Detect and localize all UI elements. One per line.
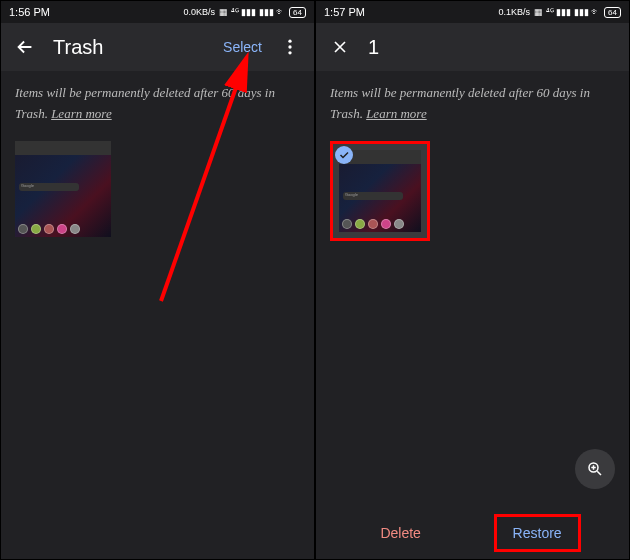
learn-more-link[interactable]: Learn more — [51, 106, 112, 121]
info-banner: Items will be permanently deleted after … — [316, 71, 629, 137]
signal-icons: ▦ ⁴ᴳ ▮▮▮ ▮▮▮ ᯤ — [534, 7, 600, 17]
thumbnail-grid: Google — [316, 137, 629, 245]
status-time: 1:56 PM — [9, 6, 50, 18]
data-rate: 0.0KB/s — [184, 7, 216, 17]
selection-app-bar: 1 — [316, 23, 629, 71]
thumb-google-widget: Google — [343, 192, 403, 200]
status-indicators: 0.0KB/s ▦ ⁴ᴳ ▮▮▮ ▮▮▮ ᯤ 64 — [184, 7, 306, 18]
status-bar: 1:57 PM 0.1KB/s ▦ ⁴ᴳ ▮▮▮ ▮▮▮ ᯤ 64 — [316, 1, 629, 23]
phone-right: 1:57 PM 0.1KB/s ▦ ⁴ᴳ ▮▮▮ ▮▮▮ ᯤ 64 1 Item… — [316, 1, 629, 559]
svg-point-1 — [288, 45, 291, 48]
status-time: 1:57 PM — [324, 6, 365, 18]
overflow-menu-button[interactable] — [278, 35, 302, 59]
zoom-fab[interactable] — [575, 449, 615, 489]
close-selection-button[interactable] — [328, 35, 352, 59]
selected-thumbnail-highlight[interactable]: Google — [330, 141, 430, 241]
trash-item-thumbnail: Google — [339, 150, 421, 232]
app-bar: Trash Select — [1, 23, 314, 71]
bottom-action-bar: Delete Restore — [316, 507, 629, 559]
battery-indicator: 64 — [289, 7, 306, 18]
check-icon — [335, 146, 353, 164]
status-bar: 1:56 PM 0.0KB/s ▦ ⁴ᴳ ▮▮▮ ▮▮▮ ᯤ 64 — [1, 1, 314, 23]
signal-icons: ▦ ⁴ᴳ ▮▮▮ ▮▮▮ ᯤ — [219, 7, 285, 17]
thumb-google-widget: Google — [19, 183, 79, 191]
data-rate: 0.1KB/s — [499, 7, 531, 17]
info-banner: Items will be permanently deleted after … — [1, 71, 314, 137]
restore-button[interactable]: Restore — [494, 514, 581, 552]
delete-button[interactable]: Delete — [364, 517, 436, 549]
selection-count: 1 — [368, 36, 617, 59]
battery-indicator: 64 — [604, 7, 621, 18]
page-title: Trash — [53, 36, 207, 59]
back-button[interactable] — [13, 35, 37, 59]
trash-item-thumbnail[interactable]: Google — [15, 141, 111, 237]
svg-point-0 — [288, 40, 291, 43]
learn-more-link[interactable]: Learn more — [366, 106, 427, 121]
select-button[interactable]: Select — [223, 39, 262, 55]
status-indicators: 0.1KB/s ▦ ⁴ᴳ ▮▮▮ ▮▮▮ ᯤ 64 — [499, 7, 621, 18]
phone-left: 1:56 PM 0.0KB/s ▦ ⁴ᴳ ▮▮▮ ▮▮▮ ᯤ 64 Trash … — [1, 1, 314, 559]
svg-line-6 — [597, 471, 601, 475]
thumbnail-grid: Google — [1, 137, 314, 241]
svg-point-2 — [288, 51, 291, 54]
